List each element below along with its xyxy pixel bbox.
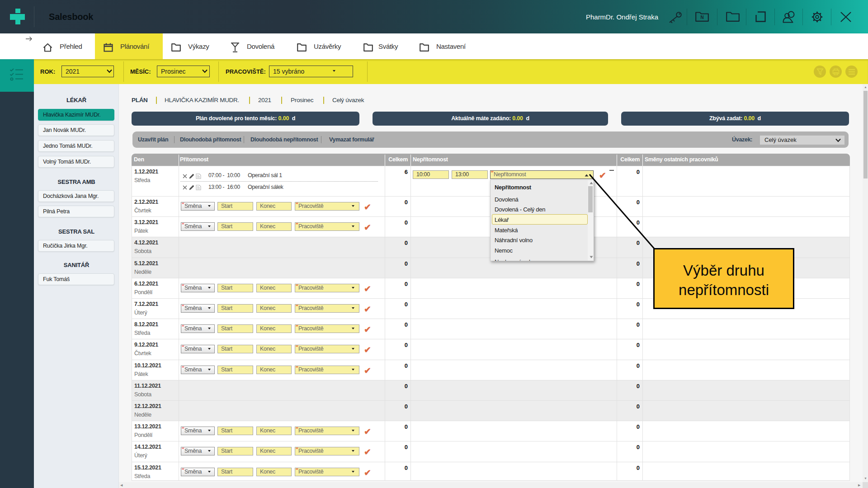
svg-text:N: N	[700, 15, 703, 20]
